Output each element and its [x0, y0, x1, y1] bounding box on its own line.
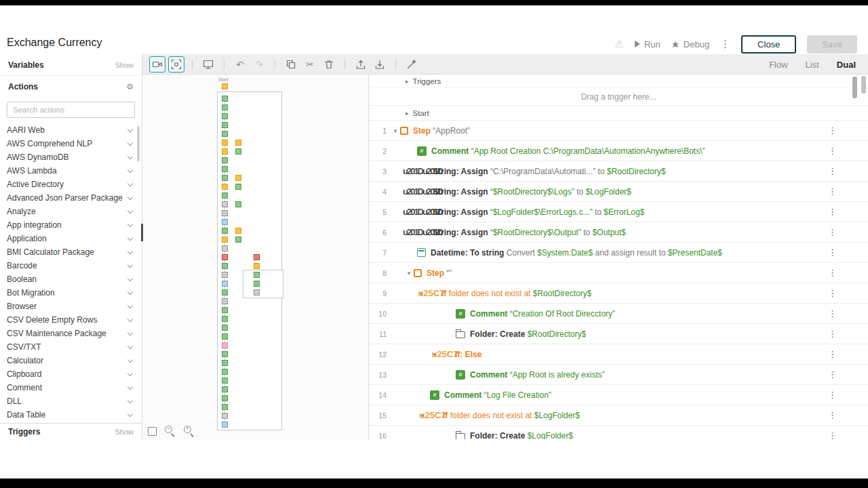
view-tab-flow[interactable]: Flow — [769, 60, 787, 70]
toolbar-wand-button[interactable] — [403, 56, 420, 73]
sidebar-item-dll[interactable]: DLL — [0, 394, 142, 408]
row-menu-button[interactable]: ⋮ — [828, 247, 837, 258]
flow-node[interactable] — [222, 237, 228, 243]
manage-packages-icon[interactable]: ⚙ — [126, 82, 134, 92]
toolbar-screen-button[interactable] — [200, 56, 216, 73]
flow-canvas[interactable]: Start − + — [142, 75, 368, 439]
triggers-show-button[interactable]: Show — [115, 428, 134, 436]
zoom-out-button[interactable]: − — [165, 426, 176, 436]
toolbar-capture-button[interactable] — [168, 56, 184, 73]
flow-node[interactable] — [222, 148, 228, 155]
sidebar-item-active-directory[interactable]: Active Directory — [0, 178, 142, 191]
flow-node[interactable] — [222, 228, 228, 234]
sidebar-item-boolean[interactable]: Boolean — [0, 272, 142, 286]
toolbar-cut-button[interactable]: ✂ — [302, 56, 318, 73]
flow-node[interactable] — [222, 272, 228, 278]
debug-button[interactable]: Debug — [671, 39, 709, 49]
row-menu-button[interactable]: ⋮ — [828, 288, 837, 298]
flow-node[interactable] — [222, 157, 228, 163]
list-row[interactable]: 15▾If folder does not exist at $LogFolde… — [369, 405, 868, 426]
row-menu-button[interactable]: ⋮ — [828, 369, 837, 380]
list-row[interactable]: 9▾If folder does not exist at $RootDirec… — [369, 283, 868, 304]
flow-node[interactable] — [222, 184, 228, 190]
flow-start-node[interactable] — [222, 83, 228, 89]
flow-node[interactable] — [222, 131, 228, 137]
flow-node[interactable] — [222, 307, 228, 313]
list-row[interactable]: 7Datetime: To string Convert $System:Dat… — [369, 243, 868, 263]
section-arrow-icon[interactable]: ▸ — [406, 78, 409, 85]
flow-node[interactable] — [235, 148, 241, 155]
sidebar-item-aari-web[interactable]: AARI Web — [0, 123, 142, 137]
collapse-arrow-icon[interactable]: ▾ — [391, 127, 400, 134]
search-actions-input[interactable] — [7, 102, 135, 118]
flow-node[interactable] — [222, 413, 228, 419]
list-row[interactable]: 1▾Step “AppRoot”⋮ — [369, 121, 868, 141]
sidebar-item-application[interactable]: Application — [0, 232, 142, 245]
flow-node[interactable] — [222, 395, 228, 401]
row-menu-button[interactable]: ⋮ — [828, 390, 837, 400]
header-menu-button[interactable]: ⋮ — [720, 38, 730, 50]
toolbar-redo-button[interactable]: ↷ — [251, 56, 267, 73]
list-row[interactable]: 12▾If: Else⋮ — [369, 344, 868, 365]
row-menu-button[interactable]: ⋮ — [828, 227, 837, 237]
row-menu-button[interactable]: ⋮ — [828, 308, 837, 319]
sidebar-item-aws-dynamodb[interactable]: AWS DynamoDB — [0, 150, 142, 164]
flow-node[interactable] — [222, 96, 228, 102]
flow-node[interactable] — [222, 140, 228, 146]
flow-node[interactable] — [222, 210, 228, 216]
list-row[interactable]: 16Folder: Create $LogFolder$⋮ — [369, 426, 868, 439]
toolbar-duplicate-button[interactable] — [283, 56, 299, 73]
flow-node[interactable] — [222, 351, 228, 357]
flow-node[interactable] — [222, 281, 228, 287]
row-menu-button[interactable]: ⋮ — [828, 410, 837, 420]
triggers-list-header[interactable]: ▸ Triggers — [369, 75, 868, 88]
flow-node[interactable] — [222, 192, 228, 199]
row-menu-button[interactable]: ⋮ — [828, 186, 837, 197]
flow-node[interactable] — [222, 219, 228, 225]
flow-node[interactable] — [235, 237, 241, 243]
flow-node[interactable] — [254, 254, 260, 260]
sidebar-item-comment[interactable]: Comment — [0, 381, 142, 394]
save-button[interactable]: Save — [807, 35, 857, 54]
flow-node[interactable] — [235, 201, 241, 207]
flow-node[interactable] — [222, 289, 228, 296]
flow-node[interactable] — [222, 245, 228, 251]
row-menu-button[interactable]: ⋮ — [828, 146, 837, 156]
sidebar-item-aws-lambda[interactable]: AWS Lambda — [0, 164, 142, 178]
variables-show-button[interactable]: Show — [115, 61, 134, 69]
flow-node[interactable] — [222, 316, 228, 322]
section-arrow-icon[interactable]: ▸ — [406, 110, 409, 117]
sidebar-item-data-table[interactable]: Data Table — [0, 408, 142, 422]
sidebar-item-csv-txt[interactable]: CSV/TXT — [0, 340, 142, 354]
flow-node[interactable] — [235, 175, 241, 181]
flow-node[interactable] — [222, 298, 228, 304]
sidebar-item-analyze[interactable]: Analyze — [0, 205, 142, 218]
flow-node[interactable] — [222, 325, 228, 331]
sidebar-item-csv-maintenance-package[interactable]: CSV Maintenance Package — [0, 327, 142, 340]
flow-node[interactable] — [222, 333, 228, 340]
run-button[interactable]: Run — [635, 39, 660, 49]
flow-node[interactable] — [254, 272, 260, 278]
fit-view-button[interactable] — [148, 427, 157, 436]
flow-node[interactable] — [222, 342, 228, 348]
list-row[interactable]: 14Comment “Log File Creation”⋮ — [369, 385, 868, 405]
list-row[interactable]: 13Comment “App Root is alredy exists”⋮ — [369, 365, 868, 385]
flow-node[interactable] — [222, 201, 228, 207]
flow-node[interactable] — [222, 113, 228, 119]
flow-node[interactable] — [235, 184, 241, 190]
variables-section-header[interactable]: Variables Show — [0, 54, 142, 76]
sidebar-item-bot-migration[interactable]: Bot Migration — [0, 286, 142, 300]
sidebar-item-barcode[interactable]: Barcode — [0, 259, 142, 272]
triggers-section-header[interactable]: Triggers Show — [0, 423, 142, 439]
collapse-arrow-icon[interactable]: ▾ — [404, 270, 414, 277]
zoom-in-button[interactable]: + — [184, 426, 195, 436]
sidebar-item-csv-delete-empty-rows[interactable]: CSV Delete Empty Rows — [0, 313, 142, 327]
view-tab-dual[interactable]: Dual — [837, 60, 856, 70]
flow-node[interactable] — [222, 369, 228, 375]
flow-node[interactable] — [254, 289, 260, 296]
row-menu-button[interactable]: ⋮ — [828, 430, 837, 439]
sidebar-item-calculator[interactable]: Calculator — [0, 354, 142, 367]
sidebar-item-app-integration[interactable]: App integration — [0, 218, 142, 232]
flow-node[interactable] — [222, 422, 228, 428]
list-row[interactable]: 2Comment “App Root Creation C:\ProgramDa… — [369, 141, 868, 161]
